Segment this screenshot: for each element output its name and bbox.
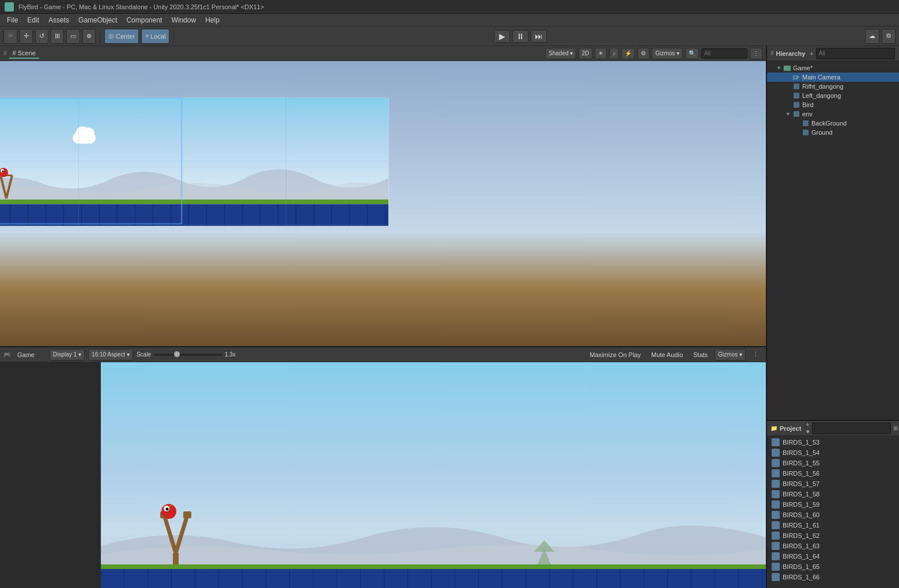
project-item[interactable]: BIRDS_1_59 [767,499,899,510]
project-item-icon [772,552,780,560]
game-view[interactable] [0,362,766,588]
tree-label-maincamera: Main Camera [802,74,840,81]
scale-slider-track[interactable] [153,354,222,356]
light-button[interactable]: ☀ [595,48,607,59]
space-local-button[interactable]: ⌖ Local [141,29,169,44]
hierarchy-title: Hierarchy [776,50,806,57]
cloud-button[interactable]: ⚙ [882,29,896,44]
project-item[interactable]: BIRDS_1_58 [767,489,899,499]
pivot-center-button[interactable]: ◎ Center [104,29,139,44]
menu-component[interactable]: Component [122,15,167,25]
shading-dropdown[interactable]: Shaded ▾ [545,48,576,59]
menu-help[interactable]: Help [201,15,224,25]
svg-line-1 [6,176,12,199]
project-filter-button[interactable]: ⊞ [893,425,898,431]
scene-highlight-box [0,98,182,225]
project-item[interactable]: BIRDS_1_54 [767,447,899,458]
scene-more-button[interactable]: ⋮ [750,48,762,59]
tree-label-ground: Ground [811,129,833,136]
menu-edit[interactable]: Edit [22,15,44,25]
project-item-label: BIRDS_1_57 [783,480,819,487]
project-item[interactable]: BIRDS_1_64 [767,551,899,562]
pause-button[interactable]: ⏸ [512,30,528,43]
toolbar-separator-2 [173,30,174,43]
project-panel: 📁 Project + ▾ ⊞ ✱ 12 🔓 ⋮ BIRDS_1_53BIRDS… [767,421,899,588]
hierarchy-item-left[interactable]: Left_dangong [767,91,899,100]
mute-audio-button[interactable]: Mute Audio [648,349,686,361]
svg-line-10 [176,515,187,553]
project-item[interactable]: BIRDS_1_61 [767,520,899,530]
game-left-strip [0,362,101,588]
rotate-tool-button[interactable]: ↺ [35,29,48,44]
hierarchy-search-input[interactable] [816,48,895,59]
project-add-button[interactable]: + ▾ [806,421,809,435]
scale-slider-thumb[interactable] [174,351,180,357]
hierarchy-item-rifht[interactable]: Rifht_dangong [767,82,899,91]
menu-file[interactable]: File [2,15,22,25]
project-item[interactable]: BIRDS_1_65 [767,562,899,572]
aspect-dropdown[interactable]: 16:10 Aspect ▾ [88,349,133,361]
toolbar-right: ☁ ⚙ [865,29,896,44]
transform-tool-button[interactable]: ⊕ [82,29,96,44]
menu-gameobject[interactable]: GameObject [74,15,122,25]
toolbar: ☞ ✛ ↺ ⊞ ▭ ⊕ ◎ Center ⌖ Local ▶ ⏸ ⏭ ☁ ⚙ [0,26,899,46]
stats-button[interactable]: Stats [690,349,711,361]
project-item[interactable]: BIRDS_1_62 [767,530,899,541]
game-more-button[interactable]: ⋮ [749,349,762,361]
game-ground-blue [101,569,766,588]
scene-panel: # # Scene Shaded ▾ 2D ☀ ♪ ⚡ ⚙ Gizmos ▾ 🔍… [0,46,766,346]
svg-rect-20 [794,84,799,89]
tree-label-background: BackGround [811,120,847,127]
svg-rect-24 [803,120,809,126]
step-button[interactable]: ⏭ [531,30,547,43]
project-item[interactable]: BIRDS_1_57 [767,479,899,489]
title-bar: FlyBird - Game - PC, Mac & Linux Standal… [0,0,899,14]
play-button[interactable]: ▶ [494,30,510,43]
hierarchy-item-ground[interactable]: Ground [767,128,899,137]
audio-button[interactable]: ♪ [609,48,619,59]
maximize-on-play-button[interactable]: Maximize On Play [586,349,644,361]
project-search-input[interactable] [812,423,891,434]
playback-controls: ▶ ⏸ ⏭ [178,30,863,43]
scale-tool-button[interactable]: ⊞ [51,29,64,44]
hierarchy-item-bird[interactable]: Bird [767,100,899,109]
scene-search-input[interactable] [701,48,747,59]
fx-button[interactable]: ⚡ [621,48,635,59]
hand-tool-button[interactable]: ☞ [3,29,17,44]
menu-assets[interactable]: Assets [44,15,74,25]
display-dropdown[interactable]: Display 1 ▾ [50,349,85,361]
hierarchy-item-game[interactable]: ▼ Game* [767,63,899,73]
hierarchy-add-button[interactable]: + [810,50,813,57]
app-icon [5,2,14,12]
2d-button[interactable]: 2D [579,48,593,59]
project-item[interactable]: BIRDS_1_60 [767,510,899,520]
project-item[interactable]: BIRDS_1_53 [767,437,899,447]
game-tab[interactable]: Game [14,350,38,359]
project-item[interactable]: BIRDS_1_55 [767,458,899,468]
project-item-label: BIRDS_1_53 [783,439,819,446]
svg-rect-21 [794,93,799,98]
project-item-icon [772,542,780,550]
project-item-label: BIRDS_1_60 [783,511,819,518]
project-item[interactable]: BIRDS_1_56 [767,468,899,479]
scene-tab[interactable]: # Scene [9,48,39,59]
hierarchy-item-background[interactable]: BackGround [767,119,899,128]
project-item[interactable]: BIRDS_1_63 [767,541,899,551]
project-item[interactable]: BIRDS_1_66 [767,572,899,582]
game-right-controls: Maximize On Play Mute Audio Stats Gizmos… [586,349,762,361]
game-gizmos-dropdown[interactable]: Gizmos ▾ [715,349,746,361]
scene-view[interactable] [0,61,766,346]
collab-button[interactable]: ☁ [865,29,879,44]
scene-search-button[interactable]: 🔍 [685,48,699,59]
scene-settings-button[interactable]: ⚙ [637,48,649,59]
gizmos-button[interactable]: Gizmos ▾ [652,48,683,59]
hierarchy-item-maincamera[interactable]: Main Camera [767,73,899,82]
svg-rect-12 [183,511,191,518]
hierarchy-item-env[interactable]: ▼ env [767,109,899,119]
hierarchy-panel: # Hierarchy + ⋮ 🔓 ▼ Game* [767,46,899,421]
project-item-label: BIRDS_1_55 [783,460,819,466]
menu-bar: File Edit Assets GameObject Component Wi… [0,14,899,26]
rect-tool-button[interactable]: ▭ [66,29,80,44]
menu-window[interactable]: Window [167,15,201,25]
move-tool-button[interactable]: ✛ [20,29,33,44]
